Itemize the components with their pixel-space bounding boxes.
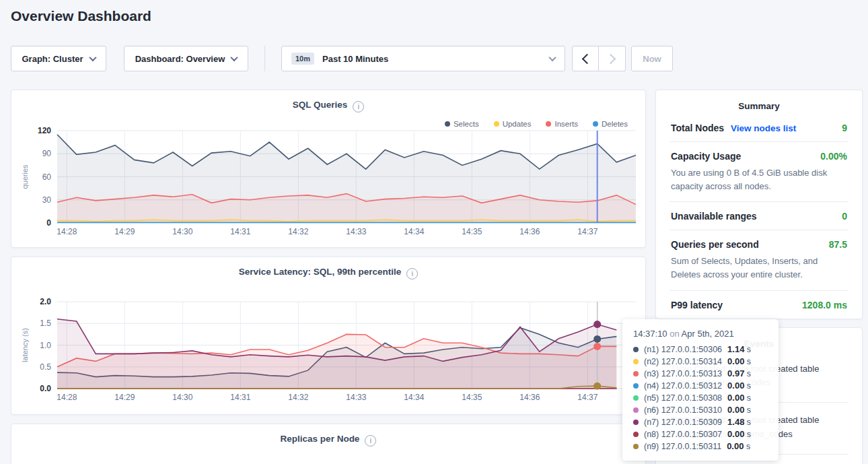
tooltip-node-row: (n2) 127.0.0.1:503140.00 s — [633, 356, 769, 368]
tooltip-node-list: (n1) 127.0.0.1:503061.14 s(n2) 127.0.0.1… — [633, 343, 769, 453]
view-nodes-list-link[interactable]: View nodes list — [731, 123, 796, 133]
service-latency-chart[interactable]: 0.00.51.01.52.014:2814:2914:3014:3114:32… — [18, 296, 640, 405]
svg-text:60: 60 — [42, 172, 52, 182]
svg-text:14:35: 14:35 — [462, 227, 482, 236]
node-color-dot-icon — [633, 371, 639, 376]
chart-title: SQL Queriesi — [11, 90, 645, 112]
svg-text:14:31: 14:31 — [230, 393, 250, 402]
metric-label: Total Nodes — [671, 123, 724, 133]
svg-text:14:30: 14:30 — [172, 227, 192, 236]
svg-text:14:34: 14:34 — [404, 393, 424, 402]
toolbar-divider — [264, 46, 265, 71]
tooltip-node-row: (n7) 127.0.0.1:503091.48 s — [633, 416, 769, 428]
svg-text:14:29: 14:29 — [114, 393, 135, 402]
legend-dot-icon — [546, 121, 551, 127]
previous-timespan-button[interactable] — [572, 46, 599, 71]
legend-dot-icon — [494, 121, 499, 127]
tooltip-node-row: (n3) 127.0.0.1:503130.97 s — [633, 368, 769, 380]
chart-title: Service Latency: SQL, 99th percentilei — [11, 257, 645, 279]
svg-text:14:34: 14:34 — [404, 227, 424, 236]
summary-row-unavailable-ranges: Unavailable ranges 0 — [670, 202, 848, 230]
tooltip-timestamp: 14:37:10 on Apr 5th, 2021 — [633, 329, 769, 339]
legend-item-inserts[interactable]: Inserts — [546, 120, 578, 128]
svg-text:14:28: 14:28 — [57, 227, 77, 236]
time-pager — [572, 46, 626, 71]
svg-text:0: 0 — [46, 218, 51, 228]
now-button[interactable]: Now — [631, 46, 673, 71]
next-timespan-button[interactable] — [599, 46, 626, 71]
legend-item-updates[interactable]: Updates — [494, 120, 532, 128]
summary-panel: Summary Total Nodes View nodes list 9 Ca… — [655, 90, 863, 319]
svg-text:14:33: 14:33 — [346, 393, 366, 402]
node-color-dot-icon — [633, 395, 639, 401]
toolbar: Graph: Cluster Dashboard: Overview 10m P… — [0, 46, 868, 71]
svg-text:90: 90 — [42, 149, 52, 158]
metric-value: 87.5 — [829, 239, 847, 250]
info-icon[interactable]: i — [406, 268, 418, 279]
node-color-dot-icon — [633, 407, 639, 413]
summary-row-total-nodes: Total Nodes View nodes list 9 — [670, 114, 848, 142]
summary-heading: Summary — [670, 90, 848, 114]
chart-hover-tooltip: 14:37:10 on Apr 5th, 2021 (n1) 127.0.0.1… — [622, 319, 779, 461]
service-latency-panel: Service Latency: SQL, 99th percentilei 0… — [11, 257, 646, 415]
tooltip-node-row: (n5) 127.0.0.1:503080.00 s — [633, 392, 769, 404]
svg-text:14:33: 14:33 — [346, 227, 366, 236]
node-color-dot-icon — [633, 347, 639, 352]
svg-text:2.0: 2.0 — [40, 297, 51, 306]
metric-label: Capacity Usage — [671, 151, 741, 162]
tooltip-node-row: (n9) 127.0.0.1:503110.00 s — [633, 440, 769, 453]
legend-dot-icon — [593, 121, 598, 127]
tooltip-node-row: (n6) 127.0.0.1:503100.00 s — [633, 404, 769, 416]
node-color-dot-icon — [633, 444, 639, 449]
info-icon[interactable]: i — [353, 101, 364, 112]
chevron-left-icon — [581, 53, 592, 64]
svg-text:14:36: 14:36 — [519, 393, 540, 402]
legend-dot-icon — [445, 121, 450, 127]
time-range-badge: 10m — [291, 53, 314, 65]
svg-text:14:35: 14:35 — [462, 393, 482, 402]
tooltip-node-row: (n1) 127.0.0.1:503061.14 s — [633, 343, 769, 356]
summary-row-p99-latency: P99 latency 1208.0 ms — [670, 291, 848, 319]
metric-value: 9 — [842, 123, 847, 133]
time-range-dropdown[interactable]: 10m Past 10 Minutes — [281, 46, 565, 71]
node-color-dot-icon — [633, 432, 639, 437]
metric-subtext: You are using 0 B of 4.5 GiB usable disk… — [671, 166, 847, 193]
svg-text:14:32: 14:32 — [288, 227, 308, 236]
svg-text:14:36: 14:36 — [519, 227, 540, 236]
svg-text:14:29: 14:29 — [114, 227, 135, 236]
chart-legend: SelectsUpdatesInsertsDeletes — [445, 120, 628, 128]
sql-queries-chart[interactable]: 030609012014:2814:2914:3014:3114:3214:33… — [18, 125, 640, 239]
tooltip-node-row: (n8) 127.0.0.1:503070.00 s — [633, 428, 769, 440]
metric-label: Queries per second — [671, 239, 759, 250]
chart-title: Replicas per Nodei — [11, 424, 645, 446]
charts-column: SQL Queriesi SelectsUpdatesInsertsDelete… — [11, 90, 646, 464]
svg-text:14:37: 14:37 — [577, 227, 598, 236]
replicas-per-node-panel: Replicas per Nodei — [11, 424, 646, 464]
node-color-dot-icon — [633, 383, 639, 389]
svg-text:14:37: 14:37 — [577, 393, 598, 402]
chevron-down-icon — [548, 54, 556, 61]
legend-item-deletes[interactable]: Deletes — [593, 120, 628, 128]
metric-label: Unavailable ranges — [671, 211, 757, 222]
svg-text:queries: queries — [21, 164, 29, 189]
svg-text:14:28: 14:28 — [57, 393, 77, 402]
legend-item-selects[interactable]: Selects — [445, 120, 479, 128]
summary-row-queries-per-second: Queries per second 87.5 Sum of Selects, … — [670, 230, 848, 290]
svg-text:14:32: 14:32 — [288, 393, 308, 402]
info-icon[interactable]: i — [365, 435, 376, 446]
tooltip-node-row: (n4) 127.0.0.1:503120.00 s — [633, 380, 769, 392]
node-color-dot-icon — [633, 420, 639, 425]
svg-text:14:31: 14:31 — [230, 227, 250, 236]
page-title: Overview Dashboard — [11, 8, 151, 24]
sql-queries-panel: SQL Queriesi SelectsUpdatesInsertsDelete… — [11, 90, 646, 248]
chevron-down-icon — [89, 54, 96, 61]
metric-label: P99 latency — [671, 300, 723, 310]
graph-dropdown[interactable]: Graph: Cluster — [11, 46, 106, 71]
svg-text:1.0: 1.0 — [40, 341, 51, 350]
svg-text:30: 30 — [42, 195, 52, 205]
metric-value: 0.00% — [820, 151, 847, 162]
summary-row-capacity-usage: Capacity Usage 0.00% You are using 0 B o… — [670, 142, 848, 202]
time-range-label: Past 10 Minutes — [322, 54, 543, 64]
metric-value: 0 — [842, 211, 847, 222]
dashboard-dropdown[interactable]: Dashboard: Overview — [124, 46, 248, 71]
